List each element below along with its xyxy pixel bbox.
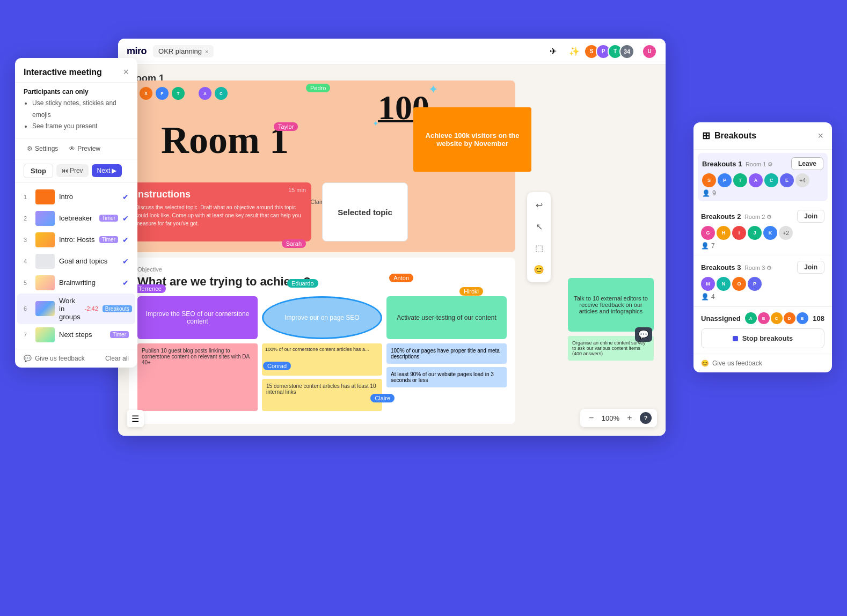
- avatar-group: S P T 34: [587, 44, 634, 59]
- agenda-label-2: Icebreaker: [59, 214, 95, 222]
- objective-label: Objective: [137, 266, 507, 273]
- agenda-item-7[interactable]: 7 Next steps Timer: [17, 324, 135, 346]
- agenda-check-4: ✔: [122, 257, 129, 266]
- prev-label: Prev: [70, 167, 83, 174]
- sticky-pink-sm: Publish 10 guest blog posts linking to c…: [137, 343, 258, 411]
- nav-controls: Stop ⏮ Prev Next ▶: [15, 159, 137, 183]
- emoji-btn[interactable]: 😊: [530, 261, 547, 278]
- agenda-thumb-4: [35, 254, 55, 269]
- nametag-pedro: Pedro: [306, 84, 330, 92]
- br-row-2: Breakouts 2 Room 2 ⚙ Join: [701, 210, 824, 223]
- agenda-thumb-1: [35, 189, 55, 204]
- bp-close-btn[interactable]: ×: [817, 130, 823, 142]
- join-btn-2[interactable]: Join: [797, 210, 824, 223]
- breakout-room-2: Breakouts 2 Room 2 ⚙ Join G H I J K +2 👤…: [693, 204, 832, 255]
- sticky-yellow-2: 15 cornerstone content articles has at l…: [262, 379, 382, 411]
- agenda-check-3: ✔: [122, 236, 129, 244]
- cursor-icon-btn[interactable]: ✈: [544, 43, 561, 60]
- agenda-num-5: 5: [24, 280, 31, 286]
- feedback-label: Give us feedback: [35, 355, 85, 362]
- bp-feedback-btn[interactable]: 😊 Give us feedback: [693, 354, 832, 372]
- nametag-taylor: Taylor: [274, 122, 298, 131]
- stop-btn[interactable]: Stop: [24, 164, 53, 178]
- zoom-minus-btn[interactable]: −: [586, 412, 597, 424]
- join-btn-3[interactable]: Join: [797, 261, 824, 274]
- agenda-item-5[interactable]: 5 Brainwriting ✔: [17, 272, 135, 294]
- feedback-btn[interactable]: 💬 Give us feedback: [24, 355, 85, 362]
- tab-close-icon[interactable]: ×: [205, 48, 208, 55]
- agenda-item-2[interactable]: 2 Icebreaker Timer ✔: [17, 208, 135, 229]
- zoom-help-btn[interactable]: ?: [640, 412, 652, 424]
- zoom-plus-btn[interactable]: +: [624, 412, 636, 424]
- agenda-thumb-2: [35, 211, 55, 226]
- participants-rules: Use sticky notes, stickies and emojis Se…: [24, 98, 129, 133]
- un-av4: D: [784, 312, 795, 324]
- agenda-label-5: Brainwriting: [59, 278, 118, 287]
- unassigned-row: Unassigned A B C D E 108: [701, 312, 824, 324]
- br-extra-1: +4: [795, 173, 809, 187]
- count-3: 4: [711, 293, 715, 300]
- br-avatars-3: M N O P: [701, 277, 824, 291]
- br-av3-2: N: [717, 277, 731, 291]
- br-avatars-2: G H I J K +2: [701, 226, 824, 240]
- rule-1: Use sticky notes, stickies and emojis: [32, 98, 129, 121]
- agenda-thumb-5: [35, 275, 55, 290]
- unassigned-avatars: A B C D E: [745, 312, 808, 324]
- panel-close-btn[interactable]: ×: [123, 67, 129, 78]
- nametag-sarah: Sarah: [282, 239, 306, 248]
- leave-btn[interactable]: Leave: [791, 157, 823, 170]
- agenda-item-6[interactable]: 6 Work in groups -2:42 Breakouts: [17, 294, 135, 324]
- green-stickies-right: Talk to 10 external editors to receive f…: [568, 278, 654, 361]
- frame-btn[interactable]: ⬚: [530, 239, 547, 256]
- agenda-num-4: 4: [24, 258, 31, 265]
- breakout-room-3: Breakouts 3 Room 3 ⚙ Join M N O P 👤 4: [693, 255, 832, 306]
- br-av2: P: [718, 173, 732, 187]
- count-2: 7: [711, 242, 715, 250]
- people-icon-1: 👤: [702, 189, 710, 197]
- br-row-1: Breakouts 1 Room 1 ⚙ Leave: [702, 157, 823, 170]
- agenda-label-7: Next steps: [59, 331, 106, 339]
- next-btn[interactable]: Next ▶: [92, 164, 122, 177]
- orange-sticky: Achieve 100k visitors on the website by …: [413, 107, 531, 172]
- agenda-timer-2: Timer: [99, 215, 118, 222]
- br-room-2: Room 2 ⚙: [744, 214, 772, 220]
- agenda-check-1: ✔: [122, 193, 129, 201]
- select-btn[interactable]: ↖: [530, 218, 547, 235]
- br-name-2: Breakouts 2: [701, 212, 741, 221]
- feedback-icon: 💬: [24, 355, 32, 362]
- bp-header: ⊞ Breakouts ×: [693, 122, 832, 150]
- miro-tab[interactable]: OKR planning ×: [153, 45, 214, 57]
- undo-btn[interactable]: ↩: [530, 196, 547, 214]
- settings-btn[interactable]: ⚙ Settings: [24, 143, 61, 155]
- agenda-list: 1 Intro ✔ 2 Icebreaker Timer ✔ 3 Intro: …: [15, 183, 137, 349]
- prev-btn[interactable]: ⏮ Prev: [56, 164, 89, 177]
- room1-title: Room 1: [161, 118, 289, 163]
- br-row-3: Breakouts 3 Room 3 ⚙ Join: [701, 261, 824, 274]
- small-stickies-row: Publish 10 guest blog posts linking to c…: [137, 343, 507, 411]
- br-extra-2: +2: [779, 226, 793, 240]
- people-icon-3: 👤: [701, 293, 709, 300]
- agenda-item-3[interactable]: 3 Intro: Hosts Timer ✔: [17, 229, 135, 251]
- tab-label: OKR planning: [158, 47, 202, 55]
- un-av1: A: [745, 312, 757, 324]
- preview-btn[interactable]: 👁 Preview: [65, 143, 104, 155]
- agenda-item-1[interactable]: 1 Intro ✔: [17, 186, 135, 208]
- magic-icon-btn[interactable]: ✨: [566, 43, 583, 60]
- br-av2-4: J: [748, 226, 762, 240]
- un-av2: B: [758, 312, 770, 324]
- prev-icon: ⏮: [62, 167, 68, 174]
- clear-btn[interactable]: Clear all: [105, 355, 129, 362]
- unassigned-section: Unassigned A B C D E 108 Stop breakouts: [693, 306, 832, 354]
- agenda-breakout-6: Breakouts: [103, 305, 132, 312]
- br-av5: C: [764, 173, 778, 187]
- br-count-2: 👤 7: [701, 242, 824, 250]
- agenda-num-3: 3: [24, 237, 31, 243]
- sticky-purple: Improve the SEO of our cornerstone conte…: [137, 296, 258, 339]
- agenda-item-4[interactable]: 4 Goal and topics ✔: [17, 251, 135, 272]
- sticky-blue-sm1: 100% of our pages have proper title and …: [386, 343, 507, 364]
- stop-breakouts-btn[interactable]: Stop breakouts: [701, 328, 824, 348]
- panel-toggle-btn[interactable]: ☰: [127, 410, 144, 427]
- canvas-lower: Objective What are we trying to achieve?…: [129, 258, 515, 424]
- preview-label: Preview: [77, 145, 100, 152]
- count-1: 9: [712, 189, 716, 197]
